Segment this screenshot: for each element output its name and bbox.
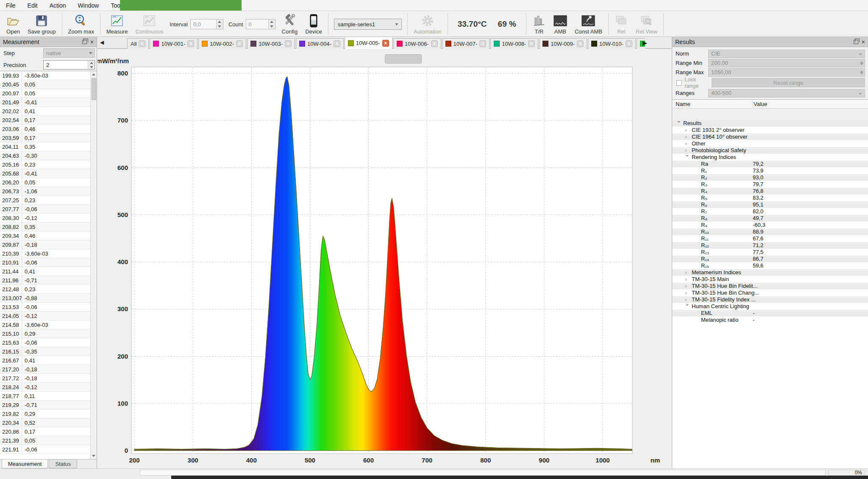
continuous-button[interactable]: Continuous (131, 12, 167, 36)
scroll-up-icon[interactable] (91, 71, 97, 78)
tab-10w-009[interactable]: 10W-009-× (539, 38, 587, 49)
rel-button[interactable]: Rel (611, 12, 632, 36)
tab-scroll-left-icon[interactable]: ◀ (100, 39, 104, 45)
tree-row-metamerism-indices[interactable]: ›Metamerism Indices (672, 269, 868, 276)
tree-row-other[interactable]: ›Other (672, 140, 868, 147)
tree-row-tm-30-15-fidelity-index[interactable]: ›TM-30-15 Fidelity Index ... (672, 296, 868, 303)
measurement-row[interactable]: 205,68-0,41 (0, 169, 90, 178)
tab-10w-008[interactable]: 10W-008-× (490, 38, 538, 49)
tab-close-button[interactable]: × (479, 40, 486, 47)
measure-button[interactable]: Measure (103, 12, 132, 36)
measurement-row[interactable]: 214,58-3,60e-03 (0, 320, 90, 329)
save-group-button[interactable]: Save group (24, 12, 60, 36)
tree-row-r[interactable]: R₆95,1 (672, 201, 868, 208)
tree-row-r[interactable]: R₁₃77,5 (672, 249, 868, 256)
measurement-row[interactable]: 207,250,23 (0, 196, 90, 205)
precision-spin-buttons[interactable] (88, 61, 95, 69)
float-panel-icon[interactable] (82, 40, 87, 44)
chevron-collapsed-icon[interactable]: › (685, 134, 690, 140)
column-value[interactable]: Value (753, 101, 767, 107)
spectrum-chart[interactable]: 0100200300400500600700800200300400500600… (97, 49, 671, 468)
device-button[interactable]: Device (301, 12, 326, 36)
scrollbar-thumb[interactable] (92, 78, 96, 100)
measurement-row[interactable]: 210,39-3,60e-03 (0, 249, 90, 258)
tab-close-button[interactable]: × (334, 40, 340, 47)
tree-row-r[interactable]: R₁₀88,9 (672, 228, 868, 235)
measurement-row[interactable]: 202,020,41 (0, 107, 90, 116)
measurement-row[interactable]: 209,340,46 (0, 231, 90, 240)
automation-button[interactable]: Automation (410, 12, 445, 36)
measurement-row[interactable]: 204,110,35 (0, 142, 90, 151)
measurement-row[interactable]: 199,93-3,60e-03 (0, 71, 90, 80)
tree-row-photobiological-safety[interactable]: ›Photobiological Safety (672, 147, 868, 154)
tree-row-r[interactable]: R₁₁67,6 (672, 235, 868, 242)
tab-10w-003[interactable]: 10W-003-× (247, 38, 295, 49)
measurement-row[interactable]: 217,72-0,18 (0, 374, 90, 383)
chevron-expanded-icon[interactable]: › (684, 304, 691, 309)
measurement-row[interactable]: 219,820,29 (0, 409, 90, 418)
float-panel-icon[interactable] (854, 40, 858, 44)
tree-row-r[interactable]: R₁₂71,2 (672, 242, 868, 249)
measurement-row[interactable]: 211,96-0,71 (0, 276, 90, 285)
rel-view-button[interactable]: Rel View (632, 12, 661, 36)
open-button[interactable]: Open (3, 12, 24, 36)
count-spin-buttons[interactable] (268, 19, 275, 29)
tab-10w-001[interactable]: 10W-001-× (150, 38, 198, 49)
menu-item-window[interactable]: Window (72, 0, 105, 11)
measurement-row[interactable]: 218,24-0,12 (0, 383, 90, 392)
tree-row-cie-1931-2-observer[interactable]: ›CIE 1931 2° observer (672, 127, 868, 134)
zoom-max-button[interactable]: Zoom max (64, 12, 98, 36)
chevron-expanded-icon[interactable]: › (676, 121, 682, 126)
tree-row-ra[interactable]: Ra79,2 (672, 161, 868, 167)
measurement-row[interactable]: 213,53-0,06 (0, 303, 90, 312)
chevron-collapsed-icon[interactable]: › (685, 290, 690, 296)
measurement-row[interactable]: 202,540,17 (0, 116, 90, 125)
close-panel-icon[interactable]: × (90, 39, 94, 45)
measurement-row[interactable]: 200,970,05 (0, 89, 90, 98)
tree-row-r[interactable]: R₄76,8 (672, 188, 868, 195)
amb-button[interactable]: AMB (550, 12, 571, 36)
tab-10w-010[interactable]: 10W-010-× (588, 38, 636, 49)
lock-range-checkbox[interactable] (676, 80, 682, 86)
measurement-row[interactable]: 206,200,05 (0, 178, 90, 187)
chevron-collapsed-icon[interactable]: › (685, 127, 690, 134)
tab-all[interactable]: All× (127, 38, 149, 49)
measurement-row[interactable]: 218,770,11 (0, 392, 90, 401)
measurement-row[interactable]: 211,440,41 (0, 267, 90, 276)
chevron-collapsed-icon[interactable]: › (685, 147, 690, 154)
range-max-spin-buttons[interactable] (860, 69, 863, 76)
measurement-row[interactable]: 215,100,29 (0, 329, 90, 338)
precision-spinbox[interactable] (43, 60, 95, 70)
measurement-row[interactable]: 212,480,23 (0, 285, 90, 294)
tree-row-r[interactable]: R₉-60,3 (672, 222, 868, 228)
chevron-collapsed-icon[interactable]: › (685, 140, 690, 147)
tab-close-button[interactable]: × (577, 40, 584, 47)
measurement-row[interactable]: 204,63-0,30 (0, 151, 90, 160)
measurement-row[interactable]: 217,20-0,18 (0, 365, 90, 374)
tab-close-button[interactable]: × (626, 40, 632, 47)
measurement-row[interactable]: 201,49-0,41 (0, 98, 90, 107)
interval-spin-buttons[interactable] (216, 19, 223, 29)
series-selector[interactable]: sample-series1 (334, 19, 402, 30)
measurement-row[interactable]: 221,91-0,06 (0, 445, 90, 454)
scroll-down-icon[interactable] (91, 453, 97, 459)
measurement-row[interactable]: 208,30-0,12 (0, 214, 90, 223)
ranges-selector[interactable]: 400-500 (708, 89, 865, 97)
measurement-row[interactable]: 205,160,23 (0, 160, 90, 169)
tree-row-cie-1964-10-observer[interactable]: ›CIE 1964 10° observer (672, 134, 868, 140)
tab-10w-002[interactable]: 10W-002-× (198, 38, 246, 49)
tree-row-eml[interactable]: EML- (672, 310, 868, 317)
tree-row-human-centric-lighting[interactable]: ›Human Centric Lighting (672, 303, 868, 310)
measurement-row[interactable]: 210,91-0,06 (0, 258, 90, 267)
measurement-row[interactable]: 209,87-0,18 (0, 240, 90, 249)
column-name[interactable]: Name (672, 101, 753, 107)
precision-input[interactable] (44, 61, 95, 69)
measurement-row[interactable]: 213,007-0,88 (0, 294, 90, 303)
tab-10w-006[interactable]: 10W-006-× (393, 38, 441, 49)
measurement-row[interactable]: 216,670,41 (0, 356, 90, 365)
tab-close-button[interactable]: × (236, 40, 243, 47)
menu-item-edit[interactable]: Edit (22, 0, 44, 11)
chevron-collapsed-icon[interactable]: › (685, 283, 690, 290)
measurement-row[interactable]: 214,05-0,12 (0, 312, 90, 320)
measurement-row[interactable]: 220,860,17 (0, 427, 90, 436)
